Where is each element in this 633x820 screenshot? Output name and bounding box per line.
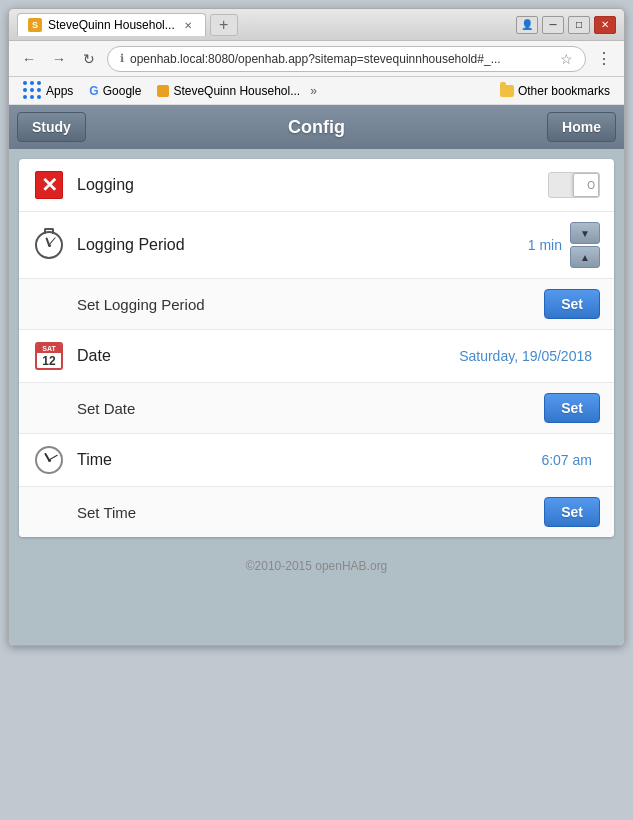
logging-label: Logging <box>77 176 548 194</box>
app-area: Study Config Home ✕ Logging O <box>9 105 624 645</box>
set-date-label: Set Date <box>77 400 544 417</box>
study-button[interactable]: Study <box>17 112 86 142</box>
tab-close-button[interactable]: ✕ <box>181 18 195 32</box>
other-bookmarks-label: Other bookmarks <box>518 84 610 98</box>
set-time-button[interactable]: Set <box>544 497 600 527</box>
logging-icon: ✕ <box>33 169 65 201</box>
calendar-icon: SAT 12 <box>33 340 65 372</box>
folder-icon <box>500 85 514 97</box>
other-bookmarks[interactable]: Other bookmarks <box>494 82 616 100</box>
page-title: Config <box>288 117 345 138</box>
logging-period-up-button[interactable]: ▲ <box>570 246 600 268</box>
back-button[interactable]: ← <box>17 47 41 71</box>
logging-period-label: Logging Period <box>77 236 528 254</box>
forward-button[interactable]: → <box>47 47 71 71</box>
site-favicon <box>157 85 169 97</box>
close-button[interactable]: ✕ <box>594 16 616 34</box>
logging-period-value: 1 min <box>528 237 562 253</box>
oh-footer: ©2010-2015 openHAB.org <box>9 547 624 585</box>
toggle-off-label: O <box>587 180 595 191</box>
browser-window: S SteveQuinn Househol... ✕ + 👤 ─ □ ✕ ← →… <box>8 8 625 646</box>
new-tab-button[interactable]: + <box>210 14 238 36</box>
user-icon[interactable]: 👤 <box>516 16 538 34</box>
url-text: openhab.local:8080/openhab.app?sitemap=s… <box>130 52 554 66</box>
set-time-row: Set Time Set <box>19 487 614 537</box>
date-row: SAT 12 Date Saturday, 19/05/2018 <box>19 330 614 383</box>
time-row: Time 6:07 am <box>19 434 614 487</box>
secure-icon: ℹ <box>120 52 124 65</box>
date-label: Date <box>77 347 459 365</box>
set-date-button[interactable]: Set <box>544 393 600 423</box>
google-label: Google <box>103 84 142 98</box>
time-label: Time <box>77 451 541 469</box>
toggle-knob <box>573 173 599 197</box>
set-logging-period-label: Set Logging Period <box>77 296 544 313</box>
minimize-button[interactable]: ─ <box>542 16 564 34</box>
address-bar: ← → ↻ ℹ openhab.local:8080/openhab.app?s… <box>9 41 624 77</box>
google-bookmark[interactable]: G Google <box>83 82 147 100</box>
home-button[interactable]: Home <box>547 112 616 142</box>
bookmark-arrow[interactable]: » <box>310 84 317 98</box>
extensions-button[interactable]: ⋮ <box>592 47 616 71</box>
google-icon: G <box>89 84 98 98</box>
active-tab[interactable]: S SteveQuinn Househol... ✕ <box>17 13 206 36</box>
time-value: 6:07 am <box>541 452 592 468</box>
reload-button[interactable]: ↻ <box>77 47 101 71</box>
timer-icon <box>33 229 65 261</box>
logging-period-arrows: ▼ ▲ <box>570 222 600 268</box>
site-bookmark[interactable]: SteveQuinn Househol... <box>151 82 306 100</box>
footer-text: ©2010-2015 openHAB.org <box>246 559 388 573</box>
logging-toggle[interactable]: O <box>548 172 600 198</box>
date-value: Saturday, 19/05/2018 <box>459 348 592 364</box>
tab-bar: S SteveQuinn Househol... ✕ + <box>17 13 516 36</box>
tab-title: SteveQuinn Househol... <box>48 18 175 32</box>
apps-label: Apps <box>46 84 73 98</box>
site-label: SteveQuinn Househol... <box>173 84 300 98</box>
url-bar[interactable]: ℹ openhab.local:8080/openhab.app?sitemap… <box>107 46 586 72</box>
oh-header: Study Config Home <box>9 105 624 149</box>
set-time-label: Set Time <box>77 504 544 521</box>
apps-grid-icon <box>23 81 42 100</box>
bookmarks-bar: Apps G Google SteveQuinn Househol... » O… <box>9 77 624 105</box>
title-bar: S SteveQuinn Househol... ✕ + 👤 ─ □ ✕ <box>9 9 624 41</box>
logging-period-row: Logging Period 1 min ▼ ▲ <box>19 212 614 279</box>
logging-row: ✕ Logging O <box>19 159 614 212</box>
set-logging-period-row: Set Logging Period Set <box>19 279 614 330</box>
set-logging-period-button[interactable]: Set <box>544 289 600 319</box>
maximize-button[interactable]: □ <box>568 16 590 34</box>
apps-bookmark[interactable]: Apps <box>17 79 79 102</box>
tab-favicon: S <box>28 18 42 32</box>
set-date-row: Set Date Set <box>19 383 614 434</box>
oh-content: ✕ Logging O Logging Period <box>19 159 614 537</box>
logging-period-down-button[interactable]: ▼ <box>570 222 600 244</box>
window-controls: 👤 ─ □ ✕ <box>516 16 616 34</box>
clock-icon <box>33 444 65 476</box>
star-icon[interactable]: ☆ <box>560 51 573 67</box>
